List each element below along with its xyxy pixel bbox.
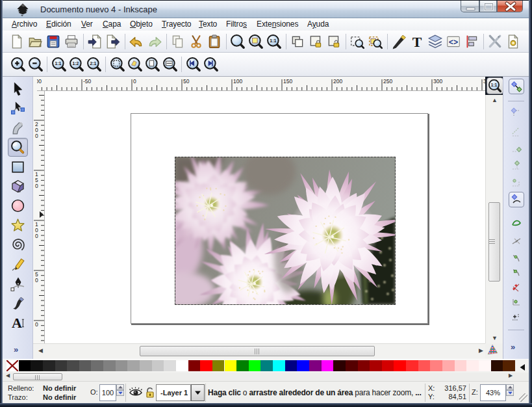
svg-text:0: 0 (35, 233, 38, 239)
svg-text:350: 350 (483, 78, 485, 85)
svg-text:T: T (412, 34, 422, 49)
svg-text:1:1: 1:1 (55, 61, 61, 66)
svg-text:1:1: 1:1 (491, 83, 498, 87)
svg-text:-50: -50 (83, 78, 92, 85)
svg-text:A: A (12, 315, 22, 330)
svg-text:0: 0 (35, 183, 38, 189)
svg-text:-100: -100 (37, 78, 42, 85)
svg-text:150: 150 (283, 78, 292, 85)
svg-text:100: 100 (233, 78, 242, 85)
svg-text:0: 0 (35, 277, 38, 283)
svg-text:50: 50 (183, 78, 190, 85)
svg-text:1:2: 1:2 (72, 61, 79, 66)
svg-text:1:1: 1:1 (270, 38, 276, 44)
svg-text:250: 250 (383, 78, 392, 85)
svg-text:0: 0 (35, 321, 38, 328)
svg-text:2:1: 2:1 (90, 61, 96, 66)
svg-text:<>: <> (449, 38, 458, 47)
svg-text:300: 300 (433, 78, 442, 85)
svg-text:0: 0 (133, 78, 136, 85)
svg-text:0: 0 (35, 133, 38, 139)
svg-text:200: 200 (333, 78, 342, 85)
